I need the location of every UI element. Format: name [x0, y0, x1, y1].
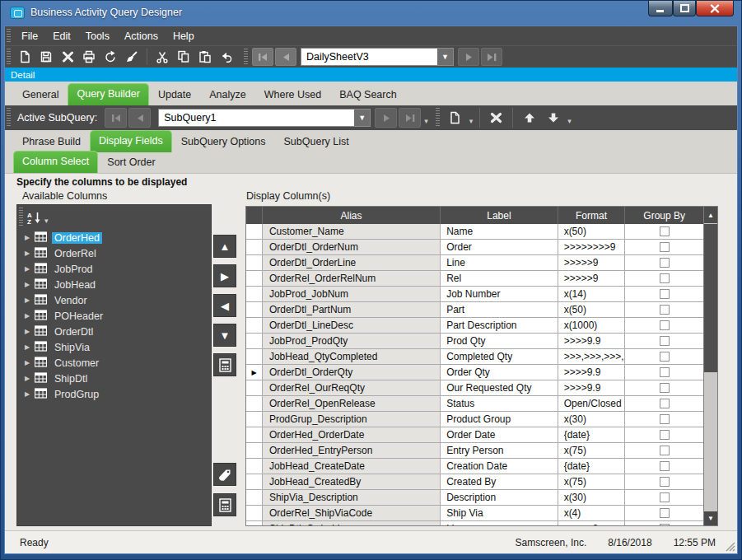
tree-item-jobhead[interactable]: ▶JobHead [17, 277, 211, 292]
alias-column-header[interactable]: Alias [263, 207, 441, 224]
menu-tools[interactable]: Tools [78, 28, 117, 44]
cell-format[interactable]: x(30) [558, 412, 626, 427]
cell-label[interactable]: Line [441, 521, 558, 526]
cell-alias[interactable]: JobHead_CreateDate [263, 459, 441, 474]
menu-actions[interactable]: Actions [117, 28, 166, 44]
scrollbar-thumb[interactable] [704, 224, 717, 372]
table-row[interactable]: JobHead_QtyCompletedCompleted Qty>>>,>>>… [246, 349, 703, 365]
cell-format[interactable]: x(50) [558, 224, 626, 239]
table-row[interactable]: OrderRel_OurReqQtyOur Requested Qty>>>>9… [246, 380, 703, 396]
cell-label[interactable]: Our Requested Qty [441, 380, 558, 395]
group-by-checkbox[interactable] [660, 492, 670, 502]
scroll-down-icon[interactable]: ▼ [704, 511, 717, 525]
cell-label[interactable]: Status [441, 396, 558, 411]
table-row[interactable]: OrderDtl_LineDescPart Descriptionx(1000) [246, 318, 703, 334]
cell-format[interactable]: >>>,>>>,>>>, [558, 349, 626, 364]
tab-general[interactable]: General [13, 85, 68, 105]
table-row[interactable]: OrderRel_OpenReleaseStatusOpen/Closed [246, 396, 703, 412]
cell-format[interactable]: >>>>9.9 [558, 365, 626, 380]
cell-format[interactable]: {date} [558, 459, 626, 474]
group-by-checkbox[interactable] [660, 383, 670, 393]
subquery-actions-grip[interactable] [436, 108, 440, 128]
cell-alias[interactable]: OrderRel_OurReqQty [263, 380, 441, 395]
move-up-button[interactable] [518, 108, 540, 128]
cell-alias[interactable]: JobHead_QtyCompleted [263, 349, 441, 364]
group-by-checkbox[interactable] [660, 524, 670, 526]
delete-subquery-button[interactable] [485, 108, 507, 128]
table-row[interactable]: OrderDtl_OrderNumOrder>>>>>>>>9 [246, 240, 703, 255]
tab-where-used[interactable]: Where Used [255, 85, 330, 105]
table-row[interactable]: Customer_NameNamex(50) [246, 224, 703, 240]
table-row[interactable]: JobHead_CreateDateCreation Date{date} [246, 459, 703, 474]
save-button[interactable] [35, 47, 57, 67]
cell-alias[interactable]: OrderDtl_OrderNum [263, 240, 441, 254]
nav-grip[interactable] [244, 49, 248, 65]
cell-alias[interactable]: JobProd_JobNum [263, 287, 441, 301]
group-by-checkbox[interactable] [660, 242, 670, 252]
group-by-checkbox[interactable] [660, 320, 670, 330]
sort-dropdown-icon[interactable]: ▾ [44, 217, 49, 225]
expand-icon[interactable]: ▶ [25, 281, 35, 288]
subquery-previous-button[interactable] [128, 108, 151, 128]
move-column-up-button[interactable]: ▲ [213, 235, 236, 258]
group-by-checkbox[interactable] [660, 289, 670, 299]
menu-file[interactable]: File [14, 28, 45, 44]
subquery-last-button[interactable] [399, 108, 421, 128]
cell-alias[interactable]: JobHead_CreatedBy [263, 474, 441, 489]
tree-item-orderhed[interactable]: ▶OrderHed [17, 230, 211, 245]
menubar-grip[interactable] [7, 29, 11, 43]
query-dropdown-icon[interactable]: ▼ [437, 49, 453, 65]
move-down-button[interactable] [542, 108, 564, 128]
new-subquery-button[interactable] [444, 108, 466, 128]
cell-alias[interactable]: OrderHed_OrderDate [263, 427, 441, 442]
group-by-checkbox[interactable] [660, 508, 670, 518]
cell-alias[interactable]: OrderDtl_OrderLine [263, 255, 441, 270]
cell-alias[interactable]: OrderDtl_OrderQty [263, 365, 441, 380]
table-row[interactable]: OrderRel_OrderRelNumRel>>>>>9 [246, 271, 703, 287]
cell-format[interactable]: x(75) [558, 474, 626, 489]
refresh-button[interactable] [100, 47, 121, 67]
group-by-checkbox[interactable] [660, 399, 670, 408]
tab-subquery-options[interactable]: SubQuery Options [172, 132, 275, 152]
expand-icon[interactable]: ▶ [25, 343, 35, 351]
group-by-checkbox[interactable] [660, 446, 670, 455]
tree-item-poheader[interactable]: ▶POHeader [17, 308, 211, 324]
cell-format[interactable]: x(4) [558, 506, 626, 520]
cell-alias[interactable]: OrderDtl_LineDesc [263, 318, 441, 333]
expand-icon[interactable]: ▶ [25, 296, 35, 304]
label-editor-button[interactable] [213, 463, 236, 486]
cell-format[interactable]: Open/Closed [558, 396, 626, 411]
group-by-checkbox[interactable] [660, 414, 670, 424]
cell-format[interactable]: >>>>9.9 [558, 380, 626, 395]
new-button[interactable] [14, 47, 35, 67]
subquery-nav-overflow-icon[interactable]: ▾ [424, 117, 428, 125]
group-by-checkbox[interactable] [660, 367, 670, 377]
minimize-button[interactable] [648, 1, 673, 16]
expand-icon[interactable]: ▶ [25, 375, 35, 382]
tab-baq-search[interactable]: BAQ Search [330, 85, 405, 105]
expand-icon[interactable]: ▶ [25, 234, 35, 241]
cell-alias[interactable]: ShipDtl_OrderLine [263, 521, 441, 526]
previous-record-button[interactable] [275, 48, 296, 66]
group-by-checkbox[interactable] [660, 352, 670, 362]
cell-format[interactable]: x(50) [558, 302, 626, 317]
cell-label[interactable]: Name [441, 224, 558, 239]
cell-format[interactable]: {date} [558, 427, 626, 442]
subquery-overflow-icon[interactable]: ▾ [567, 117, 572, 125]
group-by-checkbox[interactable] [660, 226, 670, 236]
menu-help[interactable]: Help [166, 28, 202, 44]
cell-alias[interactable]: OrderRel_ShipViaCode [263, 506, 441, 520]
close-button[interactable] [696, 1, 734, 16]
tree-item-shipdtl[interactable]: ▶ShipDtl [17, 371, 211, 386]
table-row[interactable]: JobHead_CreatedByCreated Byx(75) [246, 474, 703, 490]
move-column-down-button[interactable]: ▼ [213, 324, 236, 347]
group-by-checkbox[interactable] [660, 258, 670, 268]
grid-vertical-scrollbar[interactable]: ▲ ▼ [704, 206, 718, 526]
cell-label[interactable]: Order [441, 240, 558, 254]
cell-label[interactable]: Order Qty [441, 365, 558, 380]
expand-icon[interactable]: ▶ [25, 359, 35, 366]
table-row[interactable]: ProdGrup_DescriptionProduct Groupx(30) [246, 412, 703, 427]
expand-icon[interactable]: ▶ [25, 390, 35, 398]
undo-button[interactable] [216, 47, 237, 67]
table-row[interactable]: JobProd_ProdQtyProd Qty>>>>9.9 [246, 334, 703, 349]
